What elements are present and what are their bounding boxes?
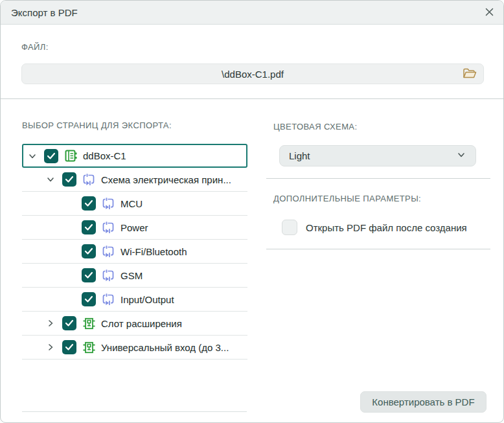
tree-item-label: Универсальный вход (до 3... bbox=[101, 342, 229, 353]
color-scheme-value: Light bbox=[289, 150, 310, 161]
tree-row[interactable]: Слот расширения bbox=[22, 312, 247, 336]
checkbox-checked[interactable] bbox=[82, 220, 96, 234]
pages-section-label: ВЫБОР СТРАНИЦ ДЛЯ ЭКСПОРТА: bbox=[22, 120, 172, 130]
additional-params-label: ДОПОЛНИТЕЛЬНЫЕ ПАРАМЕТРЫ: bbox=[273, 194, 421, 203]
export-pdf-dialog: Экспорт в PDF ФАЙЛ: \ddBox-C1.pdf ВЫБОР … bbox=[0, 0, 504, 423]
folder-open-icon bbox=[462, 67, 477, 82]
schematic-sheet-icon bbox=[101, 292, 115, 306]
tree-row[interactable]: ddBox-C1 bbox=[22, 144, 247, 168]
schematic-sheet-icon bbox=[82, 172, 96, 187]
tree-row[interactable]: Универсальный вход (до 3... bbox=[22, 336, 247, 360]
tree-row[interactable]: Power bbox=[22, 216, 247, 240]
project-board-icon bbox=[63, 149, 78, 163]
right-panel-divider bbox=[266, 249, 490, 249]
pages-tree: ddBox-C1 Схема электрическая прин... bbox=[22, 144, 247, 360]
open-after-export-option[interactable]: Открыть PDF файл после создания bbox=[282, 220, 467, 235]
color-scheme-dropdown[interactable]: Light bbox=[279, 145, 476, 166]
schematic-sheet-icon bbox=[101, 244, 115, 258]
convert-button-label: Конвертировать в PDF bbox=[372, 396, 474, 407]
chevron-down-icon[interactable] bbox=[44, 173, 57, 186]
checkbox-checked[interactable] bbox=[62, 316, 76, 330]
titlebar: Экспорт в PDF bbox=[1, 1, 503, 25]
checkbox-checked[interactable] bbox=[82, 292, 96, 306]
tree-item-label: Слот расширения bbox=[101, 318, 182, 329]
dialog-title: Экспорт в PDF bbox=[11, 7, 78, 18]
file-section-divider bbox=[1, 98, 504, 99]
checkbox-checked[interactable] bbox=[44, 149, 58, 163]
checkbox-checked[interactable] bbox=[82, 244, 96, 258]
checkbox-unchecked[interactable] bbox=[282, 220, 297, 235]
tree-row[interactable]: Wi-Fi/Bluetooth bbox=[22, 240, 247, 264]
schematic-sheet-icon bbox=[101, 268, 115, 282]
tree-row[interactable]: Input/Output bbox=[22, 288, 247, 312]
chevron-down-icon bbox=[456, 150, 466, 162]
convert-to-pdf-button[interactable]: Конвертировать в PDF bbox=[360, 391, 487, 413]
tree-row[interactable]: Схема электрическая прин... bbox=[22, 168, 247, 192]
checkbox-checked[interactable] bbox=[82, 196, 96, 211]
open-after-export-label: Открыть PDF файл после создания bbox=[306, 222, 467, 233]
close-icon bbox=[485, 7, 494, 19]
color-scheme-label: ЦВЕТОВАЯ СХЕМА: bbox=[273, 122, 357, 131]
chevron-down-icon[interactable] bbox=[26, 150, 39, 163]
file-path-value: \ddBox-C1.pdf bbox=[222, 69, 284, 80]
file-path-field[interactable]: \ddBox-C1.pdf bbox=[21, 63, 484, 84]
tree-item-label: Схема электрическая прин... bbox=[101, 174, 231, 185]
close-button[interactable] bbox=[481, 5, 497, 21]
tree-item-label: Power bbox=[120, 222, 148, 233]
checkbox-checked[interactable] bbox=[62, 340, 76, 354]
file-section-label: ФАЙЛ: bbox=[21, 42, 49, 52]
chevron-right-icon[interactable] bbox=[44, 341, 57, 354]
right-panel-divider bbox=[266, 178, 490, 179]
checkbox-checked[interactable] bbox=[82, 268, 96, 282]
schematic-sheet-icon bbox=[101, 196, 115, 211]
tree-row[interactable]: MCU bbox=[22, 192, 247, 216]
tree-item-label: GSM bbox=[120, 270, 143, 281]
browse-button[interactable] bbox=[461, 66, 479, 82]
left-panel-bottom-divider bbox=[22, 411, 247, 412]
tree-item-label: MCU bbox=[120, 198, 143, 209]
tree-item-label: Input/Output bbox=[120, 294, 174, 305]
chevron-right-icon[interactable] bbox=[44, 317, 57, 330]
tree-item-label: ddBox-C1 bbox=[83, 150, 126, 161]
component-block-icon bbox=[82, 316, 96, 330]
tree-row[interactable]: GSM bbox=[22, 264, 247, 288]
checkbox-checked[interactable] bbox=[62, 172, 76, 187]
schematic-sheet-icon bbox=[101, 220, 115, 234]
component-block-icon bbox=[82, 340, 96, 354]
tree-item-label: Wi-Fi/Bluetooth bbox=[120, 246, 187, 257]
